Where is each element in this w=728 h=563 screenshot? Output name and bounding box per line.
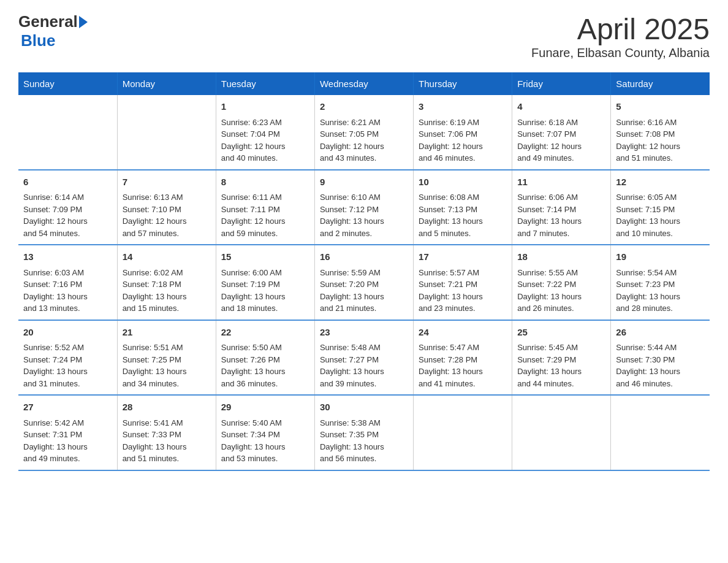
day-number: 1 — [221, 100, 309, 114]
day-info: Sunrise: 5:45 AM Sunset: 7:29 PM Dayligh… — [517, 342, 605, 389]
day-number: 22 — [221, 326, 309, 340]
calendar-cell — [18, 95, 117, 170]
calendar-cell: 17Sunrise: 5:57 AM Sunset: 7:21 PM Dayli… — [414, 245, 512, 320]
calendar-cell: 27Sunrise: 5:42 AM Sunset: 7:31 PM Dayli… — [18, 395, 117, 470]
day-info: Sunrise: 6:02 AM Sunset: 7:18 PM Dayligh… — [123, 267, 211, 315]
week-row-2: 6Sunrise: 6:14 AM Sunset: 7:09 PM Daylig… — [18, 170, 710, 245]
calendar-header: SundayMondayTuesdayWednesdayThursdayFrid… — [18, 72, 710, 95]
week-row-1: 1Sunrise: 6:23 AM Sunset: 7:04 PM Daylig… — [18, 95, 710, 170]
day-number: 5 — [616, 100, 705, 114]
day-number: 10 — [419, 175, 507, 190]
day-number: 9 — [320, 175, 408, 190]
logo-general: General — [18, 12, 78, 31]
day-number: 11 — [517, 175, 605, 190]
day-info: Sunrise: 6:00 AM Sunset: 7:19 PM Dayligh… — [221, 267, 309, 315]
day-info: Sunrise: 5:52 AM Sunset: 7:24 PM Dayligh… — [23, 342, 112, 389]
calendar-cell: 12Sunrise: 6:05 AM Sunset: 7:15 PM Dayli… — [611, 170, 710, 245]
day-number: 18 — [517, 250, 605, 264]
calendar-cell: 21Sunrise: 5:51 AM Sunset: 7:25 PM Dayli… — [117, 320, 216, 396]
calendar-cell: 16Sunrise: 5:59 AM Sunset: 7:20 PM Dayli… — [314, 245, 413, 320]
day-info: Sunrise: 5:50 AM Sunset: 7:26 PM Dayligh… — [221, 342, 309, 389]
calendar-cell: 20Sunrise: 5:52 AM Sunset: 7:24 PM Dayli… — [18, 320, 117, 396]
header-cell-wednesday: Wednesday — [314, 72, 413, 95]
day-number: 21 — [123, 326, 211, 340]
calendar-cell: 19Sunrise: 5:54 AM Sunset: 7:23 PM Dayli… — [611, 245, 710, 320]
day-info: Sunrise: 5:54 AM Sunset: 7:23 PM Dayligh… — [616, 267, 705, 315]
week-row-5: 27Sunrise: 5:42 AM Sunset: 7:31 PM Dayli… — [18, 395, 710, 470]
day-info: Sunrise: 6:10 AM Sunset: 7:12 PM Dayligh… — [320, 191, 408, 239]
calendar-body: 1Sunrise: 6:23 AM Sunset: 7:04 PM Daylig… — [18, 95, 710, 470]
day-info: Sunrise: 5:51 AM Sunset: 7:25 PM Dayligh… — [123, 342, 211, 389]
day-info: Sunrise: 5:38 AM Sunset: 7:35 PM Dayligh… — [320, 417, 408, 465]
day-number: 7 — [123, 175, 211, 190]
day-number: 19 — [616, 250, 705, 264]
day-number: 4 — [517, 100, 605, 114]
calendar-cell: 2Sunrise: 6:21 AM Sunset: 7:05 PM Daylig… — [314, 95, 413, 170]
day-number: 29 — [221, 400, 309, 415]
calendar-cell: 29Sunrise: 5:40 AM Sunset: 7:34 PM Dayli… — [216, 395, 314, 470]
day-info: Sunrise: 5:41 AM Sunset: 7:33 PM Dayligh… — [123, 417, 211, 465]
calendar-cell — [611, 395, 710, 470]
calendar-cell: 1Sunrise: 6:23 AM Sunset: 7:04 PM Daylig… — [216, 95, 314, 170]
header-cell-monday: Monday — [117, 72, 216, 95]
day-number: 3 — [419, 100, 507, 114]
day-number: 20 — [23, 326, 112, 340]
calendar-cell: 13Sunrise: 6:03 AM Sunset: 7:16 PM Dayli… — [18, 245, 117, 320]
header-cell-thursday: Thursday — [414, 72, 512, 95]
day-number: 28 — [123, 400, 211, 415]
calendar-table: SundayMondayTuesdayWednesdayThursdayFrid… — [18, 72, 710, 471]
calendar-cell: 14Sunrise: 6:02 AM Sunset: 7:18 PM Dayli… — [117, 245, 216, 320]
header-cell-sunday: Sunday — [18, 72, 117, 95]
day-info: Sunrise: 6:19 AM Sunset: 7:06 PM Dayligh… — [419, 117, 507, 164]
calendar-cell: 28Sunrise: 5:41 AM Sunset: 7:33 PM Dayli… — [117, 395, 216, 470]
calendar-cell: 7Sunrise: 6:13 AM Sunset: 7:10 PM Daylig… — [117, 170, 216, 245]
page-header: General Blue April 2025 Funare, Elbasan … — [18, 12, 710, 60]
calendar-cell: 4Sunrise: 6:18 AM Sunset: 7:07 PM Daylig… — [512, 95, 611, 170]
calendar-cell — [414, 395, 512, 470]
calendar-cell: 10Sunrise: 6:08 AM Sunset: 7:13 PM Dayli… — [414, 170, 512, 245]
day-info: Sunrise: 6:11 AM Sunset: 7:11 PM Dayligh… — [221, 191, 309, 239]
day-number: 24 — [419, 326, 507, 340]
calendar-cell: 8Sunrise: 6:11 AM Sunset: 7:11 PM Daylig… — [216, 170, 314, 245]
calendar-cell: 26Sunrise: 5:44 AM Sunset: 7:30 PM Dayli… — [611, 320, 710, 396]
day-info: Sunrise: 5:42 AM Sunset: 7:31 PM Dayligh… — [23, 417, 112, 465]
month-title: April 2025 — [531, 12, 710, 46]
day-number: 26 — [616, 326, 705, 340]
calendar-cell: 24Sunrise: 5:47 AM Sunset: 7:28 PM Dayli… — [414, 320, 512, 396]
day-number: 2 — [320, 100, 408, 114]
location-title: Funare, Elbasan County, Albania — [531, 46, 710, 60]
calendar-cell — [512, 395, 611, 470]
day-info: Sunrise: 6:05 AM Sunset: 7:15 PM Dayligh… — [616, 191, 705, 239]
day-number: 15 — [221, 250, 309, 264]
calendar-cell: 23Sunrise: 5:48 AM Sunset: 7:27 PM Dayli… — [314, 320, 413, 396]
day-info: Sunrise: 5:48 AM Sunset: 7:27 PM Dayligh… — [320, 342, 408, 389]
day-number: 12 — [616, 175, 705, 190]
day-info: Sunrise: 6:06 AM Sunset: 7:14 PM Dayligh… — [517, 191, 605, 239]
week-row-4: 20Sunrise: 5:52 AM Sunset: 7:24 PM Dayli… — [18, 320, 710, 396]
day-info: Sunrise: 5:59 AM Sunset: 7:20 PM Dayligh… — [320, 267, 408, 315]
header-cell-saturday: Saturday — [611, 72, 710, 95]
calendar-cell: 11Sunrise: 6:06 AM Sunset: 7:14 PM Dayli… — [512, 170, 611, 245]
day-info: Sunrise: 6:21 AM Sunset: 7:05 PM Dayligh… — [320, 117, 408, 164]
logo-blue: Blue — [21, 31, 55, 50]
logo: General Blue — [18, 12, 88, 50]
logo-arrow-icon — [79, 16, 88, 28]
day-info: Sunrise: 6:23 AM Sunset: 7:04 PM Dayligh… — [221, 117, 309, 164]
day-number: 23 — [320, 326, 408, 340]
day-number: 17 — [419, 250, 507, 264]
day-number: 16 — [320, 250, 408, 264]
calendar-cell: 22Sunrise: 5:50 AM Sunset: 7:26 PM Dayli… — [216, 320, 314, 396]
day-info: Sunrise: 6:18 AM Sunset: 7:07 PM Dayligh… — [517, 117, 605, 164]
header-row: SundayMondayTuesdayWednesdayThursdayFrid… — [18, 72, 710, 95]
day-info: Sunrise: 5:47 AM Sunset: 7:28 PM Dayligh… — [419, 342, 507, 389]
header-cell-tuesday: Tuesday — [216, 72, 314, 95]
calendar-cell: 30Sunrise: 5:38 AM Sunset: 7:35 PM Dayli… — [314, 395, 413, 470]
day-info: Sunrise: 6:08 AM Sunset: 7:13 PM Dayligh… — [419, 191, 507, 239]
day-info: Sunrise: 6:16 AM Sunset: 7:08 PM Dayligh… — [616, 117, 705, 164]
calendar-cell: 3Sunrise: 6:19 AM Sunset: 7:06 PM Daylig… — [414, 95, 512, 170]
day-number: 6 — [23, 175, 112, 190]
calendar-cell: 15Sunrise: 6:00 AM Sunset: 7:19 PM Dayli… — [216, 245, 314, 320]
day-info: Sunrise: 6:03 AM Sunset: 7:16 PM Dayligh… — [23, 267, 112, 315]
week-row-3: 13Sunrise: 6:03 AM Sunset: 7:16 PM Dayli… — [18, 245, 710, 320]
day-info: Sunrise: 6:13 AM Sunset: 7:10 PM Dayligh… — [123, 191, 211, 239]
